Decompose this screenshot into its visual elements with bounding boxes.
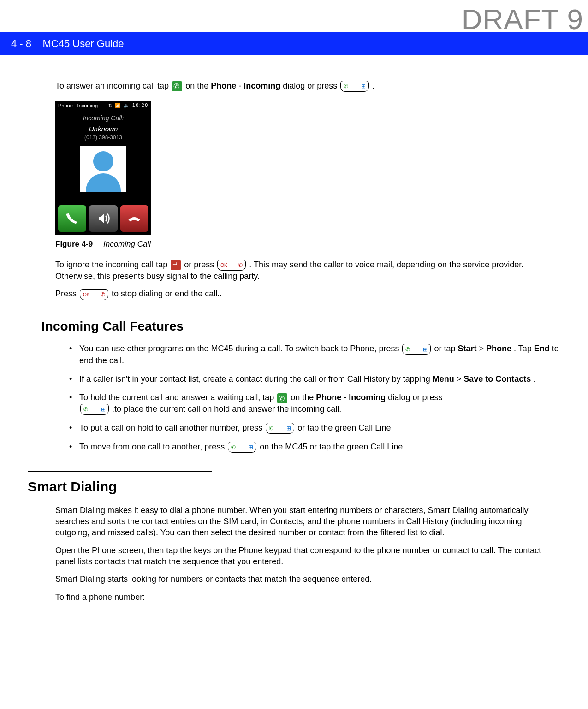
smart-dialing-p2: Open the Phone screen, then tap the keys… [55, 545, 560, 567]
text: > [479, 344, 486, 353]
text: dialog or press [283, 81, 339, 90]
text: or press [184, 260, 216, 269]
paragraph-end-call: Press OK✆ to stop dialing or end the cal… [55, 288, 560, 300]
paragraph-answer-call: To answer an incoming call tap on the Ph… [55, 80, 560, 92]
screenshot-titlebar: Phone - Incoming ⇅ 📶 🔈 10:20 [55, 101, 151, 110]
list-item: To hold the current call and answer a wa… [69, 392, 560, 415]
end-label: End [534, 344, 550, 353]
text: .to place the current call on hold and a… [112, 404, 341, 414]
answer-call-icon [277, 393, 287, 403]
text: to stop dialing or end the call.. [112, 289, 222, 298]
talk-key-icon: ✆⊞ [266, 423, 294, 434]
talk-key-icon: ✆⊞ [228, 442, 256, 453]
end-key-icon: OK✆ [217, 260, 246, 271]
text: To move from one call to another, press [79, 442, 227, 451]
text: If a caller isn't in your contact list, … [79, 374, 433, 384]
text: To ignore the incoming call tap [55, 260, 170, 269]
text: dialog or press [388, 393, 442, 402]
talk-key-icon: ✆⊞ [402, 344, 431, 355]
answer-call-icon [172, 81, 182, 91]
list-item: You can use other programs on the MC45 d… [69, 343, 560, 366]
incoming-call-screenshot: Phone - Incoming ⇅ 📶 🔈 10:20 Incoming Ca… [55, 101, 151, 235]
smart-dialing-p1: Smart Dialing makes it easy to dial a ph… [55, 505, 560, 538]
text: - [238, 81, 244, 90]
text: - [344, 393, 349, 402]
talk-key-icon: ✆⊞ [80, 404, 109, 415]
screenshot-caller-number: (013) 398-3013 [55, 134, 151, 141]
text: on the [185, 81, 211, 90]
text: on the MC45 or tap the green Call Line. [260, 442, 405, 451]
paragraph-ignore-call: To ignore the incoming call tap or press… [55, 259, 560, 282]
decline-call-icon [171, 260, 181, 270]
screenshot-speaker-button[interactable] [89, 205, 117, 232]
section-heading-incoming-features: Incoming Call Features [42, 318, 560, 335]
text: To answer an incoming call tap [55, 81, 171, 90]
smart-dialing-p3: Smart Dialing starts looking for numbers… [55, 573, 560, 585]
feature-list: You can use other programs on the MC45 d… [55, 343, 560, 453]
list-item: To put a call on hold to call another nu… [69, 422, 560, 434]
end-key-icon: OK✆ [80, 289, 108, 300]
speaker-icon [96, 212, 110, 225]
list-item: If a caller isn't in your contact list, … [69, 373, 560, 384]
screenshot-caller-name: Unknown [55, 124, 151, 134]
text: > [457, 374, 464, 384]
text: . Tap [514, 344, 534, 353]
talk-key-icon: ✆⊞ [340, 81, 369, 92]
screenshot-button-row [58, 205, 148, 232]
screenshot-decline-button[interactable] [120, 205, 148, 232]
text: . [533, 374, 535, 384]
incoming-label: Incoming [349, 393, 386, 402]
draft-watermark: DRAFT 9 [462, 0, 583, 39]
text: or tap the green Call Line. [297, 423, 393, 432]
section-heading-smart-dialing: Smart Dialing [28, 471, 212, 496]
guide-title: MC45 User Guide [42, 38, 124, 49]
list-item: To move from one call to another, press … [69, 441, 560, 453]
menu-label: Menu [433, 374, 454, 384]
phone-label: Phone [316, 393, 341, 402]
screenshot-status-icons: ⇅ 📶 🔈 10:20 [108, 101, 148, 110]
screenshot-avatar [80, 146, 126, 192]
figure-caption: Figure 4-9 Incoming Call [55, 239, 560, 250]
page-content: To answer an incoming call tap on the Ph… [0, 55, 588, 627]
text: To hold the current call and answer a wa… [79, 393, 276, 402]
incoming-label: Incoming [244, 81, 280, 90]
phone-label: Phone [486, 344, 511, 353]
start-label: Start [457, 344, 476, 353]
figure-title: Incoming Call [103, 240, 151, 248]
text: You can use other programs on the MC45 d… [79, 344, 401, 353]
page-section-number: 4 - 8 [11, 38, 31, 49]
screenshot-answer-button[interactable] [58, 205, 86, 232]
text: Press [55, 289, 79, 298]
save-to-contacts-label: Save to Contacts [463, 374, 531, 384]
screenshot-time: 10:20 [132, 103, 148, 108]
phone-icon [65, 212, 79, 225]
text: To put a call on hold to call another nu… [79, 423, 265, 432]
figure-number: Figure 4-9 [55, 240, 93, 248]
hangup-icon [127, 212, 141, 225]
screenshot-title: Phone - Incoming [58, 101, 98, 110]
phone-label: Phone [211, 81, 236, 90]
text: on the [291, 393, 316, 402]
text: . [372, 81, 374, 90]
screenshot-incoming-label: Incoming Call: [55, 110, 151, 124]
smart-dialing-p4: To find a phone number: [55, 591, 560, 603]
text: or tap [434, 344, 457, 353]
